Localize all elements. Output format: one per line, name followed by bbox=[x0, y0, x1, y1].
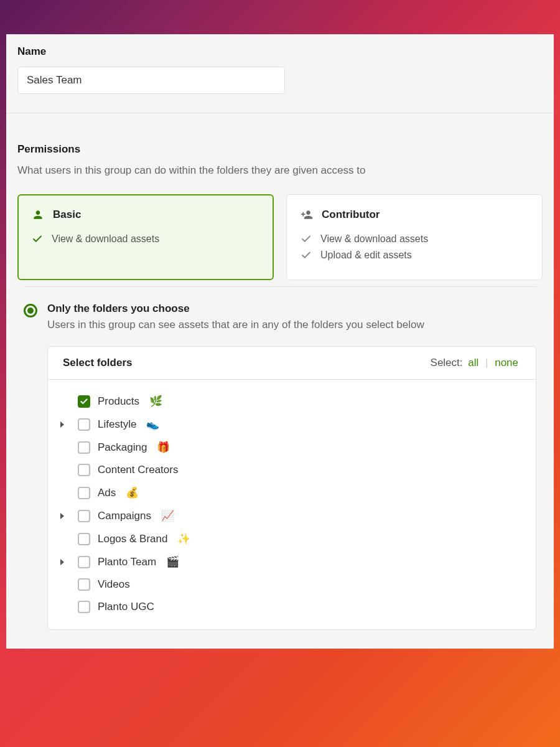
feature-text: Upload & edit assets bbox=[320, 250, 412, 261]
folder-emoji-icon: 💰 bbox=[126, 486, 139, 499]
folder-picker-title: Select folders bbox=[63, 357, 133, 369]
check-icon bbox=[32, 233, 43, 245]
folder-checkbox[interactable] bbox=[78, 556, 90, 568]
permission-card-basic[interactable]: Basic View & download assets bbox=[17, 194, 274, 280]
expand-slot[interactable] bbox=[54, 556, 70, 568]
folder-item[interactable]: Ads💰 bbox=[54, 481, 530, 504]
folder-picker-header: Select folders Select: all | none bbox=[48, 347, 536, 380]
permission-cards: Basic View & download assets bbox=[17, 194, 543, 280]
folder-emoji-icon: 📈 bbox=[161, 509, 174, 522]
folder-access-section: Only the folders you choose Users in thi… bbox=[24, 286, 536, 630]
folder-emoji-icon: 🎬 bbox=[166, 555, 179, 568]
radio-selected-icon[interactable] bbox=[24, 304, 37, 317]
folder-item[interactable]: Lifestyle👟 bbox=[54, 413, 530, 436]
folder-item[interactable]: Planto Team🎬 bbox=[54, 550, 530, 573]
expand-slot[interactable] bbox=[54, 510, 70, 522]
folder-checkbox[interactable] bbox=[78, 418, 90, 431]
folder-checkbox[interactable] bbox=[78, 395, 90, 408]
feature-text: View & download assets bbox=[52, 233, 159, 245]
permission-card-contributor[interactable]: Contributor View & download assets Uploa… bbox=[286, 194, 543, 280]
check-icon bbox=[301, 250, 312, 261]
chevron-right-icon[interactable] bbox=[59, 510, 65, 522]
separator: | bbox=[484, 357, 489, 369]
folder-emoji-icon: 🎁 bbox=[157, 441, 170, 454]
feature-text: View & download assets bbox=[320, 233, 428, 245]
folder-checkbox[interactable] bbox=[78, 487, 90, 499]
folder-item[interactable]: Videos bbox=[54, 573, 530, 596]
folder-item[interactable]: Content Creators bbox=[54, 459, 530, 481]
folder-item[interactable]: Logos & Brand✨ bbox=[54, 527, 530, 550]
permission-features: View & download assets Upload & edit ass… bbox=[301, 231, 528, 263]
folder-name: Logos & Brand bbox=[98, 533, 167, 545]
folder-item[interactable]: Packaging🎁 bbox=[54, 436, 530, 459]
folder-emoji-icon: 👟 bbox=[146, 418, 159, 431]
permissions-section: Permissions What users in this group can… bbox=[6, 113, 554, 286]
permission-card-header: Basic bbox=[32, 209, 259, 221]
folder-name: Campaigns bbox=[98, 510, 151, 522]
group-name-input[interactable] bbox=[17, 67, 285, 94]
select-label: Select: bbox=[431, 357, 463, 369]
permission-feature: View & download assets bbox=[32, 231, 259, 247]
folder-name: Ads bbox=[98, 487, 116, 499]
folder-emoji-icon: ✨ bbox=[177, 532, 190, 545]
folder-name: Content Creators bbox=[98, 464, 178, 476]
folder-checkbox[interactable] bbox=[78, 533, 90, 545]
folder-name: Lifestyle bbox=[98, 418, 136, 431]
person-icon bbox=[32, 209, 44, 221]
expand-slot[interactable] bbox=[54, 418, 70, 431]
check-icon bbox=[301, 233, 312, 245]
folder-item[interactable]: Products🌿 bbox=[54, 390, 530, 413]
chevron-right-icon[interactable] bbox=[59, 556, 65, 568]
radio-texts: Only the folders you choose Users in thi… bbox=[47, 303, 424, 331]
folder-name: Planto Team bbox=[98, 556, 156, 568]
folder-checkbox[interactable] bbox=[78, 464, 90, 476]
permission-features: View & download assets bbox=[32, 231, 259, 247]
folder-checkbox[interactable] bbox=[78, 441, 90, 454]
permission-title: Contributor bbox=[322, 209, 380, 221]
select-actions: Select: all | none bbox=[431, 357, 521, 369]
permission-feature: Upload & edit assets bbox=[301, 247, 528, 263]
folder-picker: Select folders Select: all | none Produc… bbox=[47, 346, 536, 630]
settings-panel: Name Permissions What users in this grou… bbox=[6, 34, 554, 649]
folder-access-radio-description: Users in this group can see assets that … bbox=[47, 319, 424, 331]
folder-emoji-icon: 🌿 bbox=[149, 395, 162, 408]
person-add-icon bbox=[301, 209, 313, 221]
folder-name: Products bbox=[98, 395, 139, 408]
folder-checkbox[interactable] bbox=[78, 578, 90, 591]
folder-checkbox[interactable] bbox=[78, 601, 90, 613]
folder-name: Planto UGC bbox=[98, 601, 154, 613]
permission-card-header: Contributor bbox=[301, 209, 528, 221]
folder-name: Packaging bbox=[98, 441, 147, 454]
permissions-description: What users in this group can do within t… bbox=[17, 164, 543, 177]
folder-name: Videos bbox=[98, 578, 130, 591]
folder-access-radio-label: Only the folders you choose bbox=[47, 303, 424, 315]
select-none-link[interactable]: none bbox=[492, 357, 521, 369]
folder-checkbox[interactable] bbox=[78, 510, 90, 522]
select-all-link[interactable]: all bbox=[465, 357, 481, 369]
name-section: Name bbox=[6, 34, 554, 113]
folder-item[interactable]: Campaigns📈 bbox=[54, 504, 530, 527]
name-label: Name bbox=[17, 45, 543, 58]
chevron-right-icon[interactable] bbox=[59, 418, 65, 431]
permission-feature: View & download assets bbox=[301, 231, 528, 247]
permissions-heading: Permissions bbox=[17, 143, 543, 156]
folder-access-radio-row[interactable]: Only the folders you choose Users in thi… bbox=[24, 303, 536, 331]
folder-list: Products🌿Lifestyle👟Packaging🎁Content Cre… bbox=[48, 380, 536, 629]
folder-item[interactable]: Planto UGC bbox=[54, 596, 530, 618]
permission-title: Basic bbox=[53, 209, 81, 221]
